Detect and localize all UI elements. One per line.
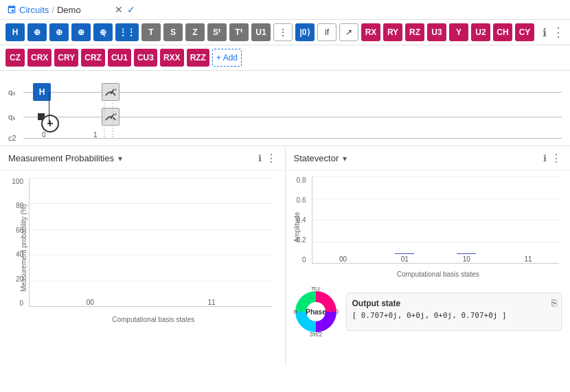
measure-gate-q0[interactable]: z [102, 83, 119, 101]
measurement-panel-header: Measurement Probabilities ▾ ℹ ⋮ [0, 146, 285, 171]
statevector-panel-title: Statevector [294, 153, 339, 163]
svg-text:z: z [115, 87, 117, 91]
gate-btn-RX[interactable]: RX [361, 23, 380, 41]
statevector-panel: Statevector ▾ ℹ ⋮ 0.8 0.6 0.4 0.2 0 Ampl… [286, 146, 571, 366]
cnot-target[interactable]: + [41, 115, 59, 132]
gate-btn2-CZ[interactable]: CZ [5, 49, 25, 67]
gate-btn-S[interactable]: S [163, 23, 183, 41]
output-state-value: [ 0.707+0j, 0+0j, 0+0j, 0.707+0j ] [352, 311, 543, 320]
sv-bar-label-10: 10 [463, 255, 470, 263]
measurement-panel: Measurement Probabilities ▾ ℹ ⋮ Measurem… [0, 146, 286, 366]
add-gate-button[interactable]: + Add [212, 49, 242, 67]
gate-btn-U1[interactable]: U1 [251, 23, 271, 41]
gate-btn2-CRX[interactable]: CRX [27, 49, 52, 67]
toolbar-right: ℹ ⋮ [543, 25, 565, 40]
gate-btn-S[interactable]: Sᵗ [207, 23, 227, 41]
breadcrumb-sep: / [52, 5, 54, 15]
phase-wheel: Phase π/2 0 3π/2 π [291, 287, 341, 336]
bar-label-00: 00 [87, 299, 94, 306]
cnot-wire [49, 92, 49, 124]
ytick-80: 80 [4, 202, 23, 209]
sv-bar-10: 10 [457, 253, 476, 263]
col-label-1: 1 [93, 131, 98, 139]
measurement-panel-more[interactable]: ⋮ [266, 152, 277, 165]
measurement-panel-chevron[interactable]: ▾ [118, 154, 122, 163]
sv-ytick-0: 0 [288, 256, 306, 264]
statevector-chart-container: 0.8 0.6 0.4 0.2 0 Amplitude [286, 171, 571, 366]
gate-btn-[interactable]: ⊕ [49, 23, 69, 41]
gate-btn2-RXX[interactable]: RXX [160, 49, 184, 67]
gate-btn-U3[interactable]: U3 [427, 23, 446, 41]
gate-toolbar-row1: H⊕⊕⊕⊕̣⋮⋮TSZSᵗTᵗU1⋮|0⟩if↗RXRYRZU3YU2CHCY … [0, 20, 570, 45]
statevector-panel-info[interactable]: ℹ [543, 153, 547, 163]
sv-bar-fill-10 [457, 253, 476, 254]
measurement-panel-title: Measurement Probabilities [8, 153, 114, 163]
gate-toolbar-row2: CZCRXCRYCRZCU1CU3RXXRZZ+ Add [0, 45, 570, 71]
toolbar-info-icon[interactable]: ℹ [543, 26, 547, 39]
gate-btn-T[interactable]: T [141, 23, 161, 41]
output-state-box: Output state [ 0.707+0j, 0+0j, 0+0j, 0.7… [346, 292, 562, 331]
gate-btn-U2[interactable]: U2 [471, 23, 490, 41]
confirm-tab-icon[interactable]: ✓ [127, 4, 135, 15]
gate-btn-RZ[interactable]: RZ [405, 23, 424, 41]
statevector-panel-more[interactable]: ⋮ [551, 152, 562, 165]
gate-btn-if[interactable]: if [317, 23, 337, 41]
gate-btn-Z[interactable]: Z [185, 23, 205, 41]
tab-icons: ✕ ✓ [115, 4, 135, 15]
measurement-bars: 00 11 [30, 178, 273, 306]
svg-text:π/2: π/2 [311, 287, 321, 292]
gate-btn-CH[interactable]: CH [493, 23, 512, 41]
sv-bar-11: 11 [518, 254, 538, 263]
measurement-x-label: Computational basis states [29, 316, 278, 323]
gate-btn-[interactable]: ⋮⋮ [115, 23, 139, 41]
gate-btn2-CRY[interactable]: CRY [54, 49, 78, 67]
svg-text:π: π [293, 308, 297, 315]
copy-icon[interactable]: ⎘ [551, 297, 557, 308]
bar-00: 00 [77, 297, 103, 306]
sv-y-axis-label: Amplitude [293, 200, 300, 255]
gate-btn-[interactable]: ⊕ [71, 23, 91, 41]
gate-btn-[interactable]: ↗ [339, 23, 358, 41]
measurement-panel-info[interactable]: ℹ [258, 153, 262, 163]
circuit-area: q₀ H z q₁ z [0, 71, 570, 146]
gate-btn-T[interactable]: Tᵗ [229, 23, 249, 41]
svg-text:z: z [115, 112, 117, 116]
gate-btn-CY[interactable]: CY [515, 23, 534, 41]
sv-bar-00: 00 [333, 254, 352, 263]
ytick-100: 100 [4, 178, 23, 185]
bar-label-11: 11 [208, 299, 216, 306]
sv-plot: 00 01 10 11 [312, 176, 560, 264]
gate-btn-[interactable]: ⊕̣ [93, 23, 113, 41]
qubit-label-q1: q₁ [8, 113, 23, 122]
gate-btn-0[interactable]: |0⟩ [295, 23, 315, 41]
sv-bar-01: 01 [395, 253, 414, 263]
ytick-0: 0 [4, 299, 23, 307]
qubit-label-c2: c2 [8, 134, 23, 142]
gate-btn-RY[interactable]: RY [383, 23, 402, 41]
gate-btn2-CU1[interactable]: CU1 [108, 49, 131, 67]
sv-ytick-08: 0.8 [288, 176, 306, 184]
gate-btn2-CRZ[interactable]: CRZ [81, 49, 105, 67]
gate-btn-Y[interactable]: Y [449, 23, 468, 41]
close-tab-icon[interactable]: ✕ [115, 4, 123, 15]
ytick-60: 60 [4, 227, 23, 234]
gate-btn-H[interactable]: H [5, 23, 25, 41]
tab-name-input[interactable] [57, 5, 112, 15]
statevector-panel-header: Statevector ▾ ℹ ⋮ [286, 146, 571, 171]
measurement-chart: Measurement probability (%) 100 80 60 40… [4, 175, 278, 326]
phase-wheel-svg: Phase π/2 0 3π/2 π [291, 287, 341, 336]
toolbar-more-icon[interactable]: ⋮ [552, 25, 565, 40]
gate-btn2-RZZ[interactable]: RZZ [187, 49, 209, 67]
sv-bar-label-00: 00 [339, 255, 347, 263]
ytick-20: 20 [4, 275, 23, 283]
svg-text:0: 0 [334, 308, 338, 315]
gate-btn2-CU3[interactable]: CU3 [134, 49, 157, 67]
gate-btn-[interactable]: ⋮ [273, 23, 293, 41]
svg-text:Phase: Phase [306, 308, 326, 316]
circuits-link[interactable]: Circuits [7, 5, 49, 15]
measure-gate-q1[interactable]: z [102, 108, 119, 126]
gate-btn-[interactable]: ⊕ [27, 23, 47, 41]
sv-x-label: Computational basis states [312, 270, 565, 278]
sv-bar-label-11: 11 [525, 255, 532, 263]
statevector-panel-chevron[interactable]: ▾ [343, 154, 347, 163]
